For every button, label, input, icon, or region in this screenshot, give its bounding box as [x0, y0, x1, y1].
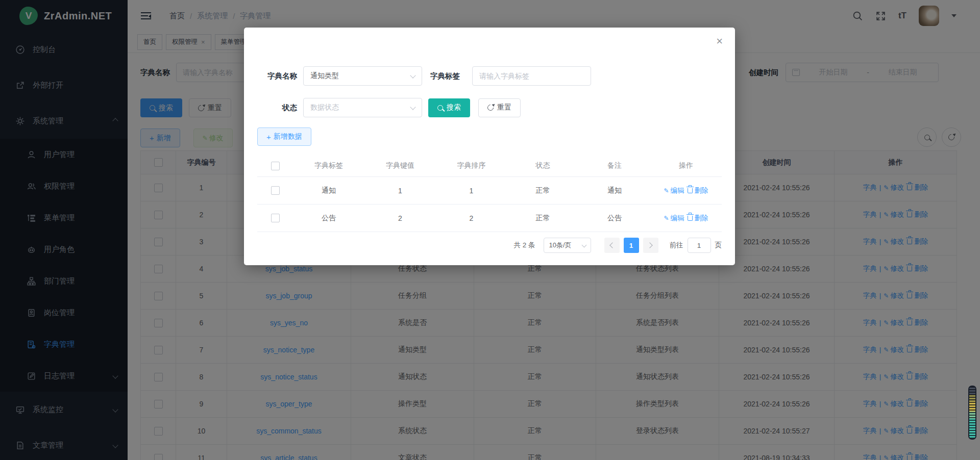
modal-dict-data-table: 字典标签 字典键值 字典排序 状态 备注 操作 通知 1 1 正常 通知 ✎编辑…	[257, 155, 722, 232]
modal-status-select[interactable]: 数据状态	[303, 98, 422, 117]
modal-pagination: 共 2 条 10条/页 1 前往 页	[244, 238, 722, 253]
modal-status-label: 状态	[257, 103, 297, 113]
edit-icon: ✎	[664, 215, 669, 222]
edit-link[interactable]: ✎编辑	[664, 214, 684, 222]
column-header-status: 状态	[507, 155, 579, 177]
pagination-total: 共 2 条	[513, 241, 535, 250]
goto-page-input[interactable]	[688, 238, 711, 253]
chevron-down-icon	[581, 243, 586, 248]
edit-icon: ✎	[664, 187, 669, 194]
modal-dict-label-label: 字典标签	[430, 71, 460, 81]
modal-dict-name-select[interactable]: 通知类型	[303, 66, 422, 86]
row-checkbox[interactable]	[271, 214, 280, 222]
modal-dict-label-input[interactable]	[472, 66, 591, 86]
trash-icon	[688, 216, 693, 221]
current-page-button[interactable]: 1	[624, 238, 639, 253]
prev-page-button[interactable]	[604, 238, 620, 253]
modal-table-row: 公告 2 2 正常 公告 ✎编辑删除	[257, 205, 722, 232]
modal-reset-button[interactable]: 重置	[478, 98, 521, 117]
row-checkbox[interactable]	[271, 186, 280, 195]
column-header-actions: 操作	[650, 155, 722, 177]
delete-link[interactable]: 删除	[688, 214, 708, 222]
goto-label: 前往	[670, 241, 683, 250]
search-icon	[437, 105, 443, 111]
next-page-button[interactable]	[643, 238, 658, 253]
chevron-right-icon	[647, 242, 652, 248]
trash-icon	[688, 188, 693, 193]
delete-link[interactable]: 删除	[688, 187, 708, 194]
chevron-left-icon	[609, 242, 615, 248]
modal-search-button[interactable]: 搜索	[428, 98, 470, 117]
dict-data-modal: × 字典名称 通知类型 字典标签 状态 数据状态 搜索 重置 +新增数据	[244, 28, 735, 265]
modal-add-data-button[interactable]: +新增数据	[257, 127, 311, 146]
column-header-dict-label: 字典标签	[293, 155, 364, 177]
edit-link[interactable]: ✎编辑	[664, 187, 684, 194]
modal-table-row: 通知 1 1 正常 通知 ✎编辑删除	[257, 177, 722, 205]
select-all-checkbox[interactable]	[271, 162, 280, 170]
page-unit-label: 页	[715, 241, 722, 250]
modal-close-icon[interactable]: ×	[716, 36, 723, 47]
chevron-down-icon	[410, 104, 415, 110]
column-header-dict-value: 字典键值	[364, 155, 436, 177]
column-header-dict-sort: 字典排序	[436, 155, 507, 177]
column-header-remark: 备注	[579, 155, 650, 177]
page-size-select[interactable]: 10条/页	[544, 238, 591, 253]
scrollbar-thumb[interactable]	[968, 386, 976, 440]
chevron-down-icon	[410, 72, 415, 78]
refresh-icon	[486, 104, 495, 112]
modal-table-header-row: 字典标签 字典键值 字典排序 状态 备注 操作	[257, 155, 722, 177]
modal-dict-name-label: 字典名称	[257, 71, 297, 81]
